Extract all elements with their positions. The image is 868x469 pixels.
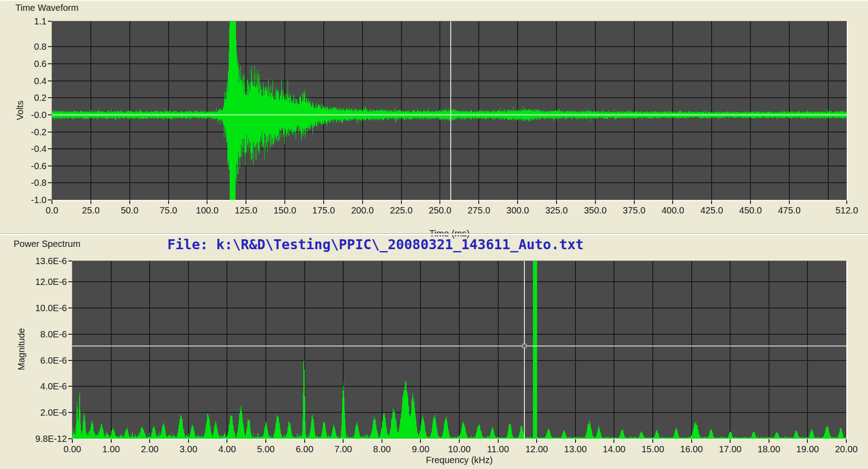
tick-mark (846, 439, 847, 443)
power-spectrum-title: Power Spectrum (14, 239, 80, 249)
x-tick-label: 0.00 (64, 444, 81, 454)
tick-mark (72, 439, 73, 443)
x-tick-label: 25.0 (82, 205, 99, 215)
tick-mark (284, 200, 285, 204)
x-tick-label: 150.0 (274, 205, 296, 215)
tick-mark (652, 439, 653, 443)
tick-mark (48, 97, 52, 98)
tick-mark (401, 200, 402, 204)
y-tick-label: -0.6 (0, 161, 47, 171)
x-tick-label: 225.0 (390, 205, 413, 215)
tick-mark (68, 261, 72, 261)
tick-mark (362, 200, 363, 204)
x-tick-label: 250.0 (429, 205, 451, 215)
frequency-axis-label: Frequency (kHz) (426, 455, 493, 465)
spectrum-cursor-horizontal[interactable] (72, 346, 846, 346)
x-tick-label: 75.0 (160, 205, 177, 215)
power-spectrum-plot (72, 261, 846, 439)
time-waveform-plot (52, 21, 847, 200)
x-tick-label: 9.00 (412, 444, 429, 454)
x-tick-label: 400.0 (661, 205, 684, 215)
tick-mark (672, 200, 673, 204)
y-tick-label: 4.0E-6 (0, 381, 67, 391)
tick-mark (48, 199, 52, 200)
tick-mark (556, 200, 557, 204)
x-tick-label: 325.0 (545, 205, 568, 215)
x-tick-label: 16.00 (680, 444, 703, 454)
x-tick-label: 175.0 (312, 205, 335, 215)
file-path-label: File: k:\R&D\Testing\PPIC\_20080321_1436… (167, 237, 584, 252)
section-divider (0, 233, 868, 235)
tick-mark (245, 200, 246, 204)
tick-mark (48, 21, 52, 22)
x-tick-label: 512.0 (835, 205, 858, 215)
tick-mark (846, 200, 847, 204)
tick-mark (207, 200, 208, 204)
time-cursor[interactable] (450, 21, 451, 200)
tick-mark (575, 439, 576, 443)
spectrum-cursor-center[interactable] (522, 344, 527, 348)
y-tick-label: 0.4 (0, 76, 47, 86)
tick-mark (459, 439, 460, 443)
y-tick-label: -0.8 (0, 178, 47, 188)
y-tick-label: 10.0E-6 (0, 303, 67, 313)
x-tick-label: 350.0 (584, 205, 607, 215)
tick-mark (188, 439, 189, 443)
x-tick-label: 19.00 (796, 444, 819, 454)
tick-mark (129, 200, 130, 204)
tick-mark (48, 46, 52, 47)
power-spectrum-canvas (72, 261, 846, 439)
y-tick-label: -0.4 (0, 144, 47, 154)
tick-mark (48, 114, 52, 115)
tick-mark (168, 200, 169, 204)
tick-mark (595, 200, 596, 204)
x-tick-label: 300.0 (506, 205, 529, 215)
tick-mark (149, 439, 150, 443)
y-tick-label: -1.0 (0, 195, 47, 205)
tick-mark (613, 439, 614, 443)
x-tick-label: 275.0 (467, 205, 490, 215)
tick-mark (68, 360, 72, 361)
tick-mark (48, 81, 52, 81)
tick-mark (750, 200, 751, 204)
x-tick-label: 375.0 (623, 205, 646, 215)
x-tick-label: 475.0 (778, 205, 801, 215)
tick-mark (52, 200, 52, 204)
tick-mark (711, 200, 712, 204)
x-tick-label: 125.0 (235, 205, 257, 215)
x-tick-label: 18.00 (758, 444, 780, 454)
tick-mark (420, 439, 421, 443)
x-tick-label: 2.00 (141, 444, 159, 454)
x-tick-label: 11.00 (487, 444, 509, 454)
y-tick-label: 12.0E-6 (0, 277, 67, 287)
tick-mark (48, 63, 52, 64)
tick-mark (807, 439, 808, 443)
x-tick-label: 5.00 (257, 444, 275, 454)
y-tick-label: 1.1 (0, 16, 47, 26)
y-tick-label: -0.2 (0, 127, 47, 137)
tick-mark (730, 439, 731, 443)
tick-mark (478, 200, 479, 204)
tick-mark (48, 132, 52, 133)
x-tick-label: 17.00 (719, 444, 741, 454)
tick-mark (68, 438, 72, 439)
tick-mark (323, 200, 324, 204)
tick-mark (517, 200, 518, 204)
tick-mark (68, 334, 72, 335)
tick-mark (769, 439, 769, 443)
y-tick-label: 2.0E-6 (0, 407, 67, 417)
tick-mark (48, 148, 52, 149)
x-tick-label: 10.00 (448, 444, 471, 454)
y-tick-label: 8.0E-6 (0, 329, 67, 339)
x-tick-label: 14.00 (603, 444, 625, 454)
y-tick-label: 0.8 (0, 42, 47, 52)
instrument-panel: Time Waveform Volts Time (ms) Power Spec… (0, 0, 868, 469)
tick-mark (439, 200, 440, 204)
spectrum-cursor-vertical[interactable] (524, 261, 525, 439)
x-tick-label: 1.00 (102, 444, 120, 454)
x-tick-label: 100.0 (196, 205, 218, 215)
y-tick-label: 0.2 (0, 93, 47, 103)
tick-mark (111, 439, 112, 443)
time-waveform-canvas (52, 21, 847, 200)
tick-mark (691, 439, 692, 443)
